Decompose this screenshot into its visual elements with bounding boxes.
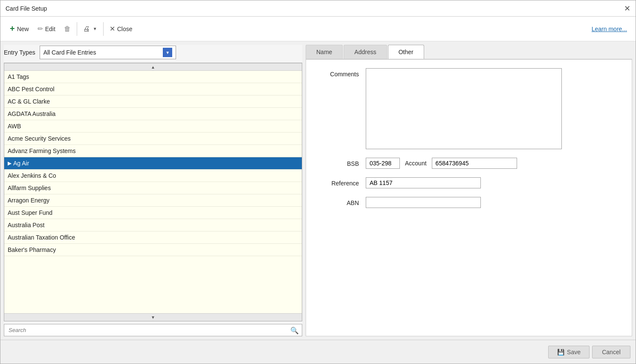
scroll-up-arrow[interactable]: ▲ — [4, 63, 302, 71]
learn-more-link[interactable]: Learn more... — [592, 26, 630, 32]
entry-types-selected-value: All Card File Entries — [43, 49, 160, 56]
delete-icon: 🗑 — [64, 25, 71, 33]
abn-row: ABN — [316, 197, 622, 208]
cancel-button[interactable]: Cancel — [592, 346, 630, 358]
toolbar-separator-2 — [103, 22, 104, 36]
tab-name[interactable]: Name — [306, 45, 343, 59]
close-label: Close — [117, 26, 133, 32]
bsb-label: BSB — [316, 158, 359, 167]
window-title: Card File Setup — [6, 5, 47, 12]
account-label: Account — [405, 160, 427, 167]
print-icon: 🖨 — [83, 25, 90, 33]
title-bar: Card File Setup ✕ — [0, 0, 636, 17]
card-list: A1 TagsABC Pest ControlAC & GL ClarkeAGD… — [4, 71, 302, 313]
list-item[interactable]: Allfarm Supplies — [4, 182, 302, 194]
window-close-button[interactable]: ✕ — [624, 5, 630, 12]
cancel-label: Cancel — [602, 349, 621, 355]
list-item[interactable]: Arragon Energy — [4, 194, 302, 207]
edit-label: Edit — [45, 26, 55, 32]
save-label: Save — [567, 349, 581, 355]
bsb-row: BSB Account — [316, 158, 622, 169]
delete-button[interactable]: 🗑 — [60, 23, 75, 35]
print-dropdown-arrow: ▼ — [93, 26, 97, 31]
entry-types-dropdown[interactable]: All Card File Entries ▼ — [40, 46, 176, 59]
new-label: New — [17, 26, 29, 32]
left-panel: Entry Types All Card File Entries ▼ ▲ A1… — [4, 45, 302, 336]
reference-label: Reference — [316, 177, 359, 187]
search-input[interactable] — [4, 324, 302, 336]
entry-types-row: Entry Types All Card File Entries ▼ — [4, 45, 302, 60]
entry-types-dropdown-arrow: ▼ — [163, 48, 172, 57]
list-item[interactable]: AWB — [4, 120, 302, 133]
account-input[interactable] — [432, 158, 517, 169]
comments-label: Comments — [316, 68, 359, 78]
edit-button[interactable]: ✏ Edit — [33, 23, 60, 35]
reference-input[interactable] — [366, 177, 481, 188]
tab-other[interactable]: Other — [388, 45, 424, 59]
print-button[interactable]: 🖨 ▼ — [79, 23, 101, 35]
main-content: Entry Types All Card File Entries ▼ ▲ A1… — [0, 41, 636, 340]
close-icon: ✕ — [110, 25, 115, 33]
tab-address[interactable]: Address — [344, 45, 387, 59]
form-area: Comments BSB Account Reference — [306, 59, 632, 336]
new-button[interactable]: + New — [6, 22, 33, 35]
new-icon: + — [10, 24, 15, 34]
card-list-container: ▲ A1 TagsABC Pest ControlAC & GL ClarkeA… — [4, 63, 302, 321]
list-item[interactable]: Advanz Farming Systems — [4, 145, 302, 157]
list-item[interactable]: AC & GL Clarke — [4, 95, 302, 108]
bsb-input[interactable] — [366, 158, 400, 169]
scroll-down-arrow[interactable]: ▼ — [4, 313, 302, 321]
search-bar: 🔍 — [4, 324, 302, 336]
list-item[interactable]: Acme Security Services — [4, 133, 302, 145]
bsb-account-group: Account — [366, 158, 517, 169]
abn-input[interactable] — [366, 197, 481, 208]
toolbar: + New ✏ Edit 🗑 🖨 ▼ ✕ Close Learn more... — [0, 17, 636, 41]
edit-icon: ✏ — [38, 25, 43, 33]
save-icon: 💾 — [557, 349, 564, 355]
list-item[interactable]: Baker's Pharmacy — [4, 244, 302, 256]
list-item[interactable]: Australia Post — [4, 219, 302, 231]
list-item[interactable]: ▶Ag Air — [4, 157, 302, 170]
list-item[interactable]: ABC Pest Control — [4, 83, 302, 95]
bottom-bar: 💾 Save Cancel — [0, 340, 636, 364]
list-item[interactable]: Alex Jenkins & Co — [4, 170, 302, 182]
main-window: Card File Setup ✕ + New ✏ Edit 🗑 🖨 ▼ ✕ C… — [0, 0, 636, 364]
abn-label: ABN — [316, 197, 359, 206]
entry-types-label: Entry Types — [4, 49, 35, 56]
tabs-row: NameAddressOther — [306, 45, 632, 59]
comments-textarea[interactable] — [366, 68, 562, 149]
search-icon: 🔍 — [290, 326, 299, 334]
save-button[interactable]: 💾 Save — [548, 346, 590, 358]
list-item[interactable]: AGDATA Australia — [4, 108, 302, 120]
toolbar-separator-1 — [77, 22, 77, 36]
close-button[interactable]: ✕ Close — [105, 23, 137, 35]
list-item[interactable]: Aust Super Fund — [4, 207, 302, 219]
reference-row: Reference — [316, 177, 622, 188]
comments-row: Comments — [316, 68, 622, 149]
right-panel: NameAddressOther Comments BSB Account — [306, 45, 632, 336]
list-item[interactable]: Australian Taxation Office — [4, 231, 302, 244]
list-item[interactable]: A1 Tags — [4, 71, 302, 83]
